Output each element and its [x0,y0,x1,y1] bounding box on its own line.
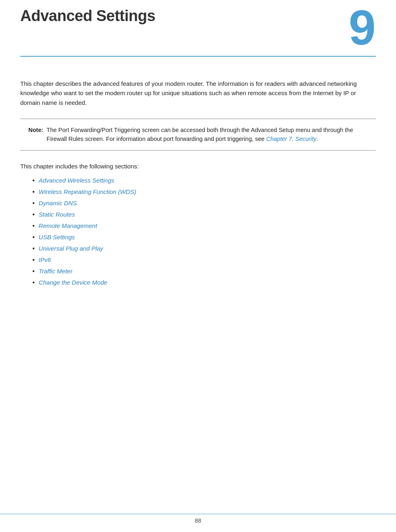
list-item[interactable]: Dynamic DNS [32,200,376,207]
list-item[interactable]: USB Settings [32,234,376,241]
section-link-5[interactable]: USB Settings [39,234,75,240]
section-link-1[interactable]: Wireless Repeating Function (WDS) [39,188,136,195]
section-link-9[interactable]: Change the Device Mode [39,279,107,286]
section-link-6[interactable]: Universal Plug and Play [39,245,103,252]
sections-intro: This chapter includes the following sect… [20,163,376,170]
note-text: The Port Forwarding/Port Triggering scre… [47,126,368,144]
list-item[interactable]: Change the Device Mode [32,279,376,286]
section-link-3[interactable]: Static Routes [39,211,75,218]
intro-paragraph: This chapter describes the advanced feat… [20,79,376,107]
page-number: 88 [195,517,201,524]
section-link-8[interactable]: Traffic Meter [39,268,72,275]
list-item[interactable]: IPv6 [32,256,376,264]
section-link-7[interactable]: IPv6 [39,256,51,263]
list-item[interactable]: Traffic Meter [32,268,376,275]
page-footer: 88 [0,514,396,524]
section-link-4[interactable]: Remote Management [39,222,97,229]
note-content: Note: The Port Forwarding/Port Triggerin… [28,126,368,144]
list-item[interactable]: Advanced Wireless Settings [32,177,376,184]
header-section: Advanced Settings 9 [20,0,376,57]
chapter-7-link[interactable]: Chapter 7, Security [266,136,316,142]
list-item[interactable]: Wireless Repeating Function (WDS) [32,188,376,196]
page-container: Advanced Settings 9 This chapter describ… [0,0,396,532]
list-item[interactable]: Remote Management [32,222,376,230]
sections-list: Advanced Wireless SettingsWireless Repea… [32,177,376,286]
list-item[interactable]: Universal Plug and Play [32,245,376,252]
note-label: Note: [28,126,43,144]
section-link-0[interactable]: Advanced Wireless Settings [39,177,115,184]
note-box: Note: The Port Forwarding/Port Triggerin… [20,119,376,151]
section-link-2[interactable]: Dynamic DNS [39,200,77,206]
chapter-number: 9 [349,3,376,52]
page-title: Advanced Settings [20,7,155,25]
list-item[interactable]: Static Routes [32,211,376,218]
